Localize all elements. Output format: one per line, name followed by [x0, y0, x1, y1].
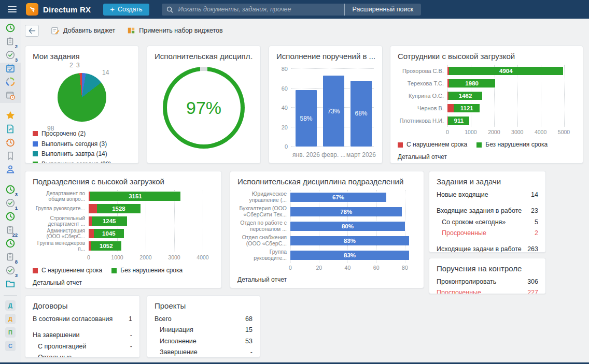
advanced-search-button[interactable]: Расширенный поиск [344, 4, 422, 16]
column-bar[interactable]: 68% [350, 81, 372, 147]
bar-row[interactable]: 1462 [447, 92, 576, 100]
detail-report-link[interactable]: Детальный отчет [237, 276, 287, 283]
stat-row[interactable]: В состоянии согласования1 [33, 315, 132, 323]
detail-report-link[interactable]: Детальный отчет [398, 153, 447, 161]
legend-item[interactable]: Выполнить завтра (14) [33, 150, 131, 158]
add-widget-button[interactable]: Добавить виджет [51, 26, 115, 35]
row-label: Отдел снабжения (ООО «СберС... [237, 234, 290, 248]
legend-color-swatch [398, 142, 403, 148]
sidebar-item-clock[interactable] [0, 22, 21, 36]
bar-row[interactable]: 1245 [89, 216, 214, 226]
row-label: Куприна О.С. [398, 90, 447, 102]
sidebar-item-clipboard[interactable]: 2 [0, 36, 21, 49]
bar-row[interactable]: 80% [290, 222, 416, 231]
bar-segment-ontime: 3151 [90, 192, 180, 201]
bar-row[interactable]: 83% [290, 236, 416, 245]
sidebar-item-calendar-clock[interactable] [0, 90, 21, 103]
calendar-check-icon [5, 63, 16, 76]
column-bar[interactable]: 73% [323, 76, 344, 147]
widget-title: Сотрудники с высокой загрузкой [398, 52, 576, 61]
sidebar-item-clock[interactable]: 3 [0, 184, 21, 197]
column-bar[interactable]: 58% [296, 90, 317, 147]
widget-discipline-gauge: Исполнительская дисципл... 97% [147, 46, 261, 164]
sidebar-item-clock[interactable] [0, 211, 21, 224]
stat-value: 306 [527, 278, 538, 286]
stat-row[interactable]: Просроченные2 [437, 229, 538, 237]
sidebar-item-calendar-check[interactable] [0, 63, 21, 76]
bar-row[interactable]: 78% [290, 207, 416, 216]
pie-value-label: 98 [47, 125, 54, 132]
sidebar-item-history[interactable] [0, 137, 21, 150]
sidebar-item-letter-21[interactable]: П [0, 326, 21, 339]
stat-value: 68 [245, 315, 253, 323]
detail-report-link[interactable]: Детальный отчет [33, 279, 82, 286]
bar-segment-ontime: 1528 [97, 204, 141, 213]
search-input[interactable] [177, 5, 340, 13]
bar-row[interactable]: 1528 [89, 204, 214, 213]
directum-logo-icon[interactable] [26, 3, 38, 16]
stat-label: Новые входящие [437, 191, 488, 199]
pie[interactable] [58, 73, 106, 122]
bar-row[interactable]: 1045 [89, 229, 214, 238]
bar-row[interactable]: 67% [290, 193, 416, 202]
widget-dept-discipline: Исполнительская дисциплина подразделений… [230, 171, 424, 288]
stat-row[interactable]: Исходящие задачи в работе263 [437, 245, 538, 253]
stat-row[interactable]: Со сроком «сегодня»5 [437, 218, 538, 226]
sidebar-item-sync-circle[interactable] [0, 76, 21, 90]
employees-load-chart: Прохорова С.В.Терехова Т.С.Куприна О.С.Ч… [398, 65, 576, 161]
apply-widgets-button[interactable]: Применить набор виджетов [127, 26, 231, 35]
legend-item[interactable]: Без нарушения срока [111, 267, 183, 275]
sidebar-item-check-circle[interactable]: 3 [0, 49, 21, 63]
logo-glyph-icon [28, 5, 36, 13]
bar-row[interactable]: 4904 [447, 67, 576, 75]
stat-row[interactable]: Входящие задания в работе23 [437, 207, 538, 215]
sidebar-item-bookmark[interactable] [0, 150, 21, 164]
create-button[interactable]: +Создать [103, 4, 149, 16]
sidebar-item-star[interactable] [0, 110, 21, 123]
legend-item[interactable]: С нарушением срока [33, 267, 102, 275]
stat-row[interactable]: Завершение- [155, 348, 253, 356]
stat-row[interactable]: Остальные- [33, 353, 132, 358]
sidebar-item-letter-20[interactable]: Д [0, 312, 21, 326]
sidebar-item-letter-19[interactable]: Д [0, 299, 21, 312]
stat-row[interactable]: Просроченные227 [437, 288, 538, 294]
sidebar-item-clock[interactable] [0, 238, 21, 251]
stat-row[interactable]: Исполнение53 [155, 337, 253, 345]
axis-tick-label: 0 [446, 129, 449, 135]
legend-item[interactable]: Выполнить сегодня (3) [33, 140, 131, 149]
bar-row[interactable]: 1121 [447, 104, 576, 112]
sidebar-item-document-return[interactable] [0, 123, 21, 137]
bar-row[interactable]: 3151 [89, 192, 214, 201]
bar-row[interactable]: 911 [447, 117, 576, 125]
sidebar-item-person[interactable] [0, 164, 21, 177]
sidebar-item-check-circle[interactable]: 3 [0, 265, 21, 278]
gauge-ring[interactable]: 97% [163, 67, 245, 149]
legend-item[interactable]: С нарушением срока [398, 141, 467, 149]
clipboard-icon [5, 36, 16, 49]
stat-row[interactable]: Новые входящие14 [437, 191, 538, 199]
app-title: Directum RX [43, 5, 91, 14]
legend-item[interactable]: Выполнено сегодня (98) [33, 161, 131, 164]
stat-row[interactable]: На завершении- [33, 331, 132, 339]
chart-legend: С нарушением срокаБез нарушения срока [398, 141, 576, 149]
bar-row[interactable]: 83% [290, 251, 416, 260]
letter-badge-icon: С [5, 341, 16, 351]
stat-row[interactable]: С пролонгацией- [33, 342, 132, 351]
bar-row[interactable]: 1052 [89, 241, 214, 251]
sidebar-item-folder[interactable] [0, 278, 21, 292]
sidebar-item-letter-22[interactable]: С [0, 339, 21, 353]
search-box [162, 4, 344, 16]
sidebar-item-clipboard[interactable]: 22 [0, 224, 21, 238]
sidebar-item-check-circle[interactable]: 1 [0, 197, 21, 211]
sidebar-item-clipboard[interactable]: 8 [0, 251, 21, 265]
legend-item[interactable]: Без нарушения срока [476, 141, 548, 149]
check-circle-icon [5, 198, 16, 210]
back-button[interactable] [25, 25, 39, 37]
tasks-summary-list: Новые входящие14Входящие задания в работ… [437, 191, 538, 253]
menu-icon[interactable] [8, 6, 17, 12]
stat-label: В состоянии согласования [33, 315, 113, 323]
stat-row[interactable]: Проконтролировать306 [437, 278, 538, 286]
bar-row[interactable]: 1980 [447, 79, 576, 88]
stat-row[interactable]: Всего68 [155, 315, 253, 323]
stat-row[interactable]: Инициация15 [155, 326, 253, 334]
